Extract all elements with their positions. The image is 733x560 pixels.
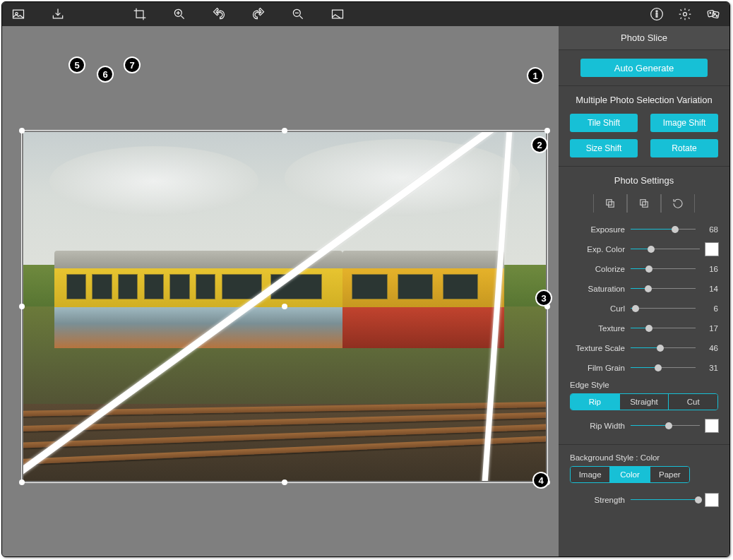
background-style-label: Background Style : Color bbox=[570, 453, 718, 462]
zoom-out-button[interactable] bbox=[289, 5, 307, 23]
open-image-button[interactable] bbox=[9, 5, 28, 23]
edge-rip-option[interactable]: Rip bbox=[571, 394, 619, 410]
sidebar-title: Photo Slice bbox=[559, 26, 729, 50]
svg-rect-25 bbox=[609, 202, 614, 208]
film-grain-slider[interactable]: Film Grain31 bbox=[570, 358, 718, 378]
bring-forward-button[interactable] bbox=[593, 194, 627, 213]
handle-c[interactable] bbox=[282, 304, 287, 309]
annotation-1: 1 bbox=[527, 67, 544, 84]
variation-header: Multiple Photo Selection Variation bbox=[570, 95, 718, 105]
export-button[interactable] bbox=[49, 5, 67, 23]
top-toolbar bbox=[2, 2, 729, 26]
bg-image-option[interactable]: Image bbox=[571, 467, 609, 482]
rip-width-slider[interactable]: Rip Width bbox=[570, 416, 718, 436]
reset-button[interactable] bbox=[661, 194, 695, 213]
annotation-4: 4 bbox=[532, 472, 549, 489]
svg-point-11 bbox=[710, 13, 711, 14]
annotation-7: 7 bbox=[124, 56, 141, 73]
handle-nw[interactable] bbox=[19, 128, 25, 133]
svg-rect-27 bbox=[640, 200, 646, 205]
strength-swatch[interactable] bbox=[705, 494, 718, 506]
edge-style-segment: Rip Straight Cut bbox=[570, 393, 718, 410]
saturation-slider[interactable]: Saturation14 bbox=[570, 279, 718, 299]
annotation-3: 3 bbox=[535, 290, 552, 306]
redo-button[interactable] bbox=[249, 5, 268, 23]
layer-order-row bbox=[570, 194, 718, 213]
strength-slider[interactable]: Strength bbox=[570, 490, 718, 510]
colorize-slider[interactable]: Colorize16 bbox=[570, 259, 718, 279]
svg-point-13 bbox=[716, 16, 717, 17]
photo-settings-header: Photo Settings bbox=[570, 175, 718, 186]
handle-n[interactable] bbox=[282, 128, 287, 133]
fit-screen-button[interactable] bbox=[328, 5, 347, 23]
selected-photo[interactable] bbox=[23, 132, 546, 481]
tile-shift-button[interactable]: Tile Shift bbox=[570, 114, 638, 132]
info-button[interactable] bbox=[648, 5, 666, 23]
svg-rect-4 bbox=[333, 10, 343, 18]
auto-generate-button[interactable]: Auto Generate bbox=[580, 59, 708, 77]
handle-ne[interactable] bbox=[544, 128, 550, 133]
randomize-button[interactable] bbox=[704, 5, 722, 23]
size-shift-button[interactable]: Size Shift bbox=[570, 139, 638, 157]
svg-point-8 bbox=[684, 13, 687, 16]
svg-point-12 bbox=[715, 13, 716, 15]
bg-color-option[interactable]: Color bbox=[609, 467, 649, 482]
edge-style-label: Edge Style bbox=[570, 381, 718, 389]
exp-color-swatch[interactable] bbox=[705, 243, 718, 256]
background-style-segment: Image Color Paper bbox=[570, 466, 690, 483]
texture-slider[interactable]: Texture17 bbox=[570, 318, 718, 338]
rotate-button[interactable]: Rotate bbox=[650, 139, 718, 157]
svg-rect-24 bbox=[607, 200, 612, 205]
exposure-slider[interactable]: Exposure68 bbox=[570, 220, 718, 239]
svg-point-7 bbox=[656, 11, 657, 12]
handle-sw[interactable] bbox=[19, 479, 25, 485]
annotation-6: 6 bbox=[97, 66, 114, 83]
zoom-in-button[interactable] bbox=[170, 5, 189, 23]
edge-straight-option[interactable]: Straight bbox=[619, 394, 669, 410]
selection-border bbox=[21, 130, 548, 483]
canvas-area[interactable] bbox=[2, 26, 560, 557]
image-shift-button[interactable]: Image Shift bbox=[650, 114, 718, 132]
handle-w[interactable] bbox=[19, 304, 25, 309]
svg-rect-26 bbox=[643, 202, 648, 208]
texture-scale-slider[interactable]: Texture Scale46 bbox=[570, 338, 718, 358]
annotation-5: 5 bbox=[68, 56, 85, 73]
curl-slider[interactable]: Curl6 bbox=[570, 299, 718, 318]
settings-button[interactable] bbox=[676, 5, 694, 23]
undo-button[interactable] bbox=[210, 5, 228, 23]
svg-rect-6 bbox=[656, 13, 657, 17]
rip-width-swatch[interactable] bbox=[705, 419, 718, 432]
exp-color-slider[interactable]: Exp. Color bbox=[570, 239, 718, 259]
bg-paper-option[interactable]: Paper bbox=[650, 467, 689, 482]
handle-s[interactable] bbox=[282, 479, 287, 485]
app-window: Photo Slice Auto Generate Multiple Photo… bbox=[1, 1, 730, 557]
annotation-2: 2 bbox=[531, 136, 548, 153]
crop-button[interactable] bbox=[131, 5, 149, 23]
edge-cut-option[interactable]: Cut bbox=[668, 394, 717, 410]
sidebar: Photo Slice Auto Generate Multiple Photo… bbox=[559, 26, 729, 557]
send-backward-button[interactable] bbox=[627, 194, 661, 213]
